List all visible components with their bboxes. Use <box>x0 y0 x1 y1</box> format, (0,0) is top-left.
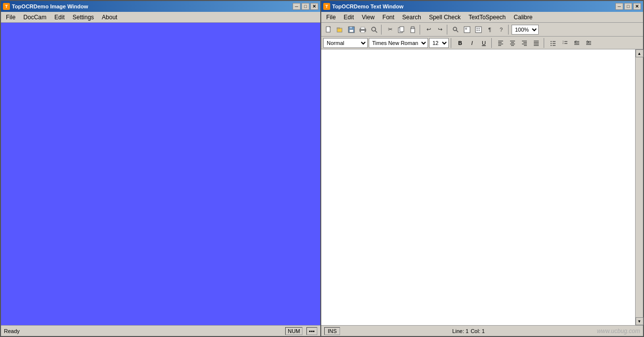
svg-rect-5 <box>349 30 353 32</box>
svg-rect-2 <box>337 28 340 29</box>
watermark-text: www.ucbug.com <box>597 328 640 335</box>
svg-text:2.: 2. <box>562 42 564 44</box>
menu-file[interactable]: File <box>2 13 19 22</box>
svg-rect-22 <box>476 30 478 31</box>
svg-line-10 <box>375 31 377 33</box>
print-button[interactable] <box>357 24 368 35</box>
svg-point-40 <box>551 41 552 42</box>
left-minimize-button[interactable]: ─ <box>293 3 301 10</box>
right-title-buttons: ─ □ ✕ <box>615 3 641 10</box>
separator-4 <box>508 25 510 35</box>
pilcrow-button[interactable]: ¶ <box>484 24 495 35</box>
svg-rect-4 <box>349 27 352 29</box>
right-title-bar: T TopOCRDemo Text Window ─ □ ✕ <box>321 1 643 12</box>
underline-button[interactable]: U <box>478 38 489 48</box>
text-editor-area[interactable] <box>321 49 635 325</box>
right-title-bar-left: T TopOCRDemo Text Window <box>323 3 403 10</box>
unordered-list-button[interactable] <box>548 38 558 48</box>
justify-button[interactable] <box>531 38 542 48</box>
right-app-icon: T <box>323 3 330 10</box>
cut-button[interactable]: ✂ <box>385 24 395 35</box>
open-button[interactable] <box>335 24 345 35</box>
text-area-container: ▲ ▼ <box>321 49 643 325</box>
ordered-list-button[interactable]: 1.2. <box>559 38 570 48</box>
scroll-track[interactable] <box>636 57 643 317</box>
fmt-sep-2 <box>491 38 493 48</box>
main-toolbar: ✂ ↩ ↪ ¶ ? 100% 50% 75% 125% 150% 200% <box>321 23 643 37</box>
menu-settings[interactable]: Settings <box>69 13 98 22</box>
extra-indicator: ▪▪▪ <box>306 327 317 335</box>
right-menu-calibre[interactable]: Calibre <box>510 13 536 22</box>
left-title-buttons: ─ □ ✕ <box>293 3 318 10</box>
ins-indicator: INS <box>324 327 340 335</box>
svg-rect-20 <box>476 28 478 29</box>
align-left-button[interactable] <box>495 38 506 48</box>
right-menu-spellcheck[interactable]: Spell Check <box>425 13 465 22</box>
svg-point-44 <box>551 45 552 46</box>
svg-line-16 <box>456 30 458 32</box>
vertical-scrollbar[interactable]: ▲ ▼ <box>635 49 643 325</box>
svg-rect-0 <box>326 27 330 32</box>
svg-rect-8 <box>361 31 365 33</box>
toolbar-btn-12[interactable] <box>462 24 472 35</box>
align-center-button[interactable] <box>507 38 518 48</box>
italic-button[interactable]: I <box>467 38 477 48</box>
svg-rect-18 <box>465 28 467 30</box>
right-window: T TopOCRDemo Text Window ─ □ ✕ File Edit… <box>321 0 644 337</box>
left-status-bar: Ready NUM ▪▪▪ <box>1 325 320 336</box>
undo-button[interactable]: ↩ <box>423 24 434 35</box>
right-minimize-button[interactable]: ─ <box>615 3 623 10</box>
left-title-bar: T TopOCRDemo Image Window ─ □ ✕ <box>1 1 320 12</box>
menu-doccam[interactable]: DocCam <box>19 13 50 22</box>
svg-rect-14 <box>411 27 414 29</box>
right-close-button[interactable]: ✕ <box>633 3 641 10</box>
save-button[interactable] <box>346 24 357 35</box>
formatting-toolbar: Normal Heading 1 Heading 2 Heading 3 Tim… <box>321 37 643 49</box>
scroll-up-arrow[interactable]: ▲ <box>636 49 644 57</box>
right-menu-file[interactable]: File <box>322 13 340 22</box>
svg-rect-12 <box>400 27 404 32</box>
svg-point-42 <box>551 43 552 44</box>
style-select[interactable]: Normal Heading 1 Heading 2 Heading 3 <box>323 38 368 48</box>
new-button[interactable] <box>323 24 334 35</box>
paste-button[interactable] <box>407 24 418 35</box>
right-menu-font[interactable]: Font <box>379 13 398 22</box>
line-indicator: Line: 1 <box>452 328 469 334</box>
left-window: T TopOCRDemo Image Window ─ □ ✕ File Doc… <box>0 0 321 337</box>
ready-status: Ready <box>4 328 20 334</box>
right-menu-bar: File Edit View Font Search Spell Check T… <box>321 12 643 23</box>
font-select[interactable]: Times New Roman Arial Calibri Verdana <box>369 38 428 48</box>
right-status-bar: INS Line: 1 Col: 1 www.ucbug.com <box>321 325 643 336</box>
increase-indent-button[interactable] <box>583 38 594 48</box>
right-menu-texttospeech[interactable]: TextToSpeech <box>465 13 510 22</box>
bold-button[interactable]: B <box>455 38 466 48</box>
left-menu-bar: File DocCam Edit Settings About <box>1 12 320 23</box>
menu-edit[interactable]: Edit <box>50 13 69 22</box>
copy-button[interactable] <box>396 24 407 35</box>
image-display-area <box>1 23 320 325</box>
separator-1 <box>381 25 383 35</box>
right-menu-search[interactable]: Search <box>398 13 425 22</box>
find-button[interactable] <box>450 24 461 35</box>
right-menu-view[interactable]: View <box>358 13 379 22</box>
redo-button[interactable]: ↪ <box>434 24 445 35</box>
zoom-select[interactable]: 100% 50% 75% 125% 150% 200% <box>512 25 539 35</box>
num-indicator: NUM <box>285 327 302 335</box>
menu-about[interactable]: About <box>98 13 121 22</box>
align-right-button[interactable] <box>519 38 530 48</box>
left-close-button[interactable]: ✕ <box>310 3 318 10</box>
fmt-sep-3 <box>544 38 546 48</box>
preview-button[interactable] <box>369 24 380 35</box>
toolbar-btn-13[interactable] <box>473 24 484 35</box>
scroll-down-arrow[interactable]: ▼ <box>636 317 644 325</box>
svg-point-9 <box>372 27 376 31</box>
svg-rect-7 <box>361 27 365 29</box>
help-button[interactable]: ? <box>496 24 507 35</box>
left-restore-button[interactable]: □ <box>301 3 309 10</box>
separator-2 <box>420 25 422 35</box>
decrease-indent-button[interactable] <box>571 38 582 48</box>
font-size-select[interactable]: 12 8 9 10 11 14 16 18 24 36 <box>429 38 449 48</box>
svg-point-15 <box>453 27 457 31</box>
right-maximize-button[interactable]: □ <box>624 3 632 10</box>
right-menu-edit[interactable]: Edit <box>340 13 358 22</box>
